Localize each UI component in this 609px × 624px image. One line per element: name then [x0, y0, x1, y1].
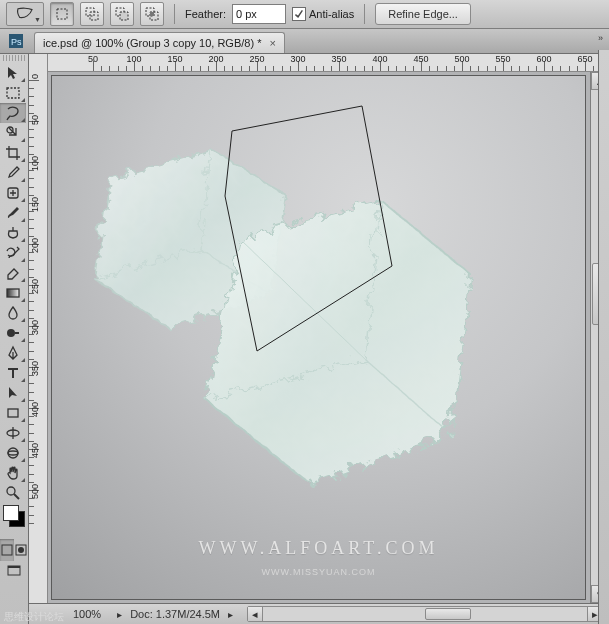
gradient-tool[interactable]	[0, 283, 26, 303]
foreground-color-swatch[interactable]	[3, 505, 19, 521]
status-bar: 100% ▸ Doc: 1.37M/24.5M ▸ ◂ ▸	[29, 603, 609, 624]
blur-tool[interactable]	[0, 303, 26, 323]
tool-preset-picker[interactable]: ▼	[6, 2, 44, 26]
clone-stamp-tool[interactable]	[0, 223, 26, 243]
brush-tool[interactable]	[0, 203, 26, 223]
checkbox-box	[292, 7, 306, 21]
svg-rect-13	[7, 289, 19, 297]
rect-marquee-tool[interactable]	[0, 83, 26, 103]
horizontal-scrollbar[interactable]: ◂ ▸	[247, 606, 603, 622]
refine-edge-button[interactable]: Refine Edge...	[375, 3, 471, 25]
close-tab-icon[interactable]: ×	[267, 37, 277, 49]
color-swatches[interactable]	[0, 503, 28, 539]
add-to-selection-button[interactable]	[80, 2, 104, 26]
hscroll-track[interactable]	[263, 607, 587, 621]
move-tool[interactable]	[0, 63, 26, 83]
standard-mode-button[interactable]	[0, 539, 14, 561]
ice-cube-front	[182, 181, 482, 491]
watermark-main: WWW.ALFOART.COM	[52, 538, 585, 559]
svg-text:Ps: Ps	[11, 37, 22, 47]
feather-label: Feather:	[185, 8, 226, 20]
refine-edge-label: Refine Edge...	[388, 8, 458, 20]
pen-tool[interactable]	[0, 343, 26, 363]
photoshop-doc-icon: Ps	[8, 33, 24, 49]
svg-point-11	[7, 127, 13, 133]
anti-alias-label: Anti-alias	[309, 8, 354, 20]
tools-panel	[0, 54, 29, 624]
tab-overflow-button[interactable]: »	[598, 33, 603, 43]
divider	[174, 4, 175, 24]
3d-rotate-tool[interactable]	[0, 423, 26, 443]
shape-tool[interactable]	[0, 403, 26, 423]
svg-rect-15	[8, 409, 18, 417]
horizontal-ruler[interactable]: 50100150200250300350400450500550600650	[48, 54, 609, 72]
healing-brush-tool[interactable]	[0, 183, 26, 203]
svg-point-19	[7, 487, 15, 495]
feather-value: 0 px	[236, 8, 257, 20]
svg-point-17	[8, 448, 18, 458]
right-panel-strip[interactable]	[598, 50, 609, 624]
svg-point-22	[18, 547, 24, 553]
path-selection-tool[interactable]	[0, 383, 26, 403]
svg-rect-0	[57, 9, 67, 19]
tools-grip[interactable]	[3, 55, 25, 61]
svg-rect-20	[2, 545, 12, 555]
document-tab[interactable]: ice.psd @ 100% (Group 3 copy 10, RGB/8) …	[34, 32, 285, 53]
document-canvas[interactable]: WWW.ALFOART.COM WWW.MISSYUAN.COM	[52, 76, 585, 599]
new-selection-button[interactable]	[50, 2, 74, 26]
svg-point-14	[7, 329, 15, 337]
screen-mode-button[interactable]	[0, 561, 28, 581]
lasso-tool[interactable]	[0, 103, 26, 123]
anti-alias-checkbox[interactable]: Anti-alias	[292, 7, 354, 21]
type-tool[interactable]	[0, 363, 26, 383]
document-tab-title: ice.psd @ 100% (Group 3 copy 10, RGB/8) …	[43, 37, 261, 49]
vertical-ruler[interactable]: 050100150200250300350400450500	[29, 72, 48, 603]
crop-tool[interactable]	[0, 143, 26, 163]
docinfo-chevron-icon[interactable]: ▸	[228, 609, 233, 620]
quick-mask-button[interactable]	[14, 539, 28, 561]
corner-brand: 思维设计论坛	[4, 610, 64, 624]
svg-rect-24	[8, 566, 20, 568]
svg-rect-4	[120, 12, 128, 20]
feather-input[interactable]: 0 px	[232, 4, 286, 24]
divider	[364, 4, 365, 24]
hscroll-thumb[interactable]	[425, 608, 471, 620]
eyedropper-tool[interactable]	[0, 163, 26, 183]
svg-rect-10	[7, 88, 19, 98]
history-brush-tool[interactable]	[0, 243, 26, 263]
intersect-selection-button[interactable]	[140, 2, 164, 26]
ruler-origin[interactable]	[29, 54, 48, 73]
svg-point-18	[8, 451, 18, 455]
zoom-chevron-icon[interactable]: ▸	[117, 609, 122, 620]
3d-orbit-tool[interactable]	[0, 443, 26, 463]
eraser-tool[interactable]	[0, 263, 26, 283]
scroll-left-button[interactable]: ◂	[248, 607, 263, 621]
zoom-tool[interactable]	[0, 483, 26, 503]
canvas-viewport[interactable]: WWW.ALFOART.COM WWW.MISSYUAN.COM ▴ ▾	[48, 72, 609, 603]
watermark-secondary: WWW.MISSYUAN.COM	[52, 567, 585, 577]
hand-tool[interactable]	[0, 463, 26, 483]
status-doc-info: Doc: 1.37M/24.5M	[130, 608, 220, 620]
svg-rect-7	[150, 12, 154, 16]
chevron-down-icon: ▼	[34, 16, 41, 23]
subtract-selection-button[interactable]	[110, 2, 134, 26]
dodge-tool[interactable]	[0, 323, 26, 343]
quick-selection-tool[interactable]	[0, 123, 26, 143]
